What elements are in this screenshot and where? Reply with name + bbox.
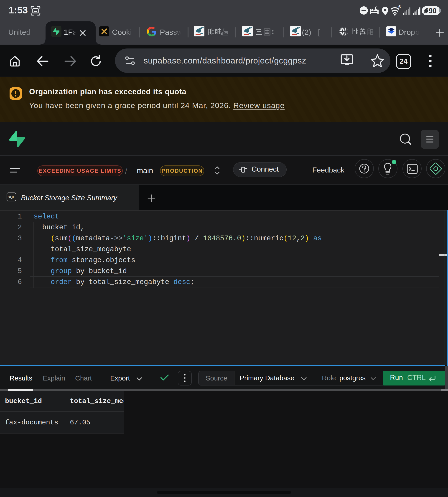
svg-text:90: 90: [429, 7, 436, 15]
svg-text:6: 6: [398, 4, 401, 9]
